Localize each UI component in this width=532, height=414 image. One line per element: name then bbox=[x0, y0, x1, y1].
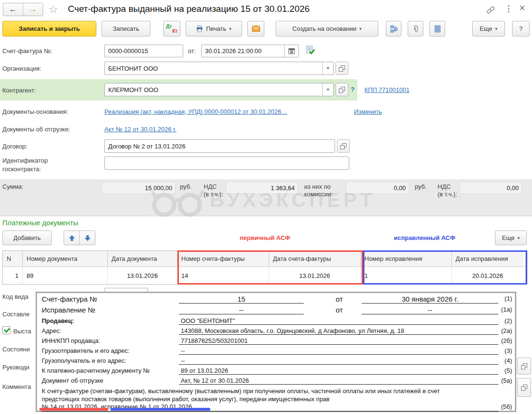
cell-correction-date[interactable]: 20.01.2026 bbox=[452, 267, 523, 284]
get-link-icon[interactable] bbox=[486, 6, 495, 14]
preview-row: Грузоотправитель и его адрес: -- (3) bbox=[37, 347, 515, 357]
col-header-doc-date: Дата документа bbox=[108, 251, 177, 267]
preview-row: Счет-фактура № 15 от 30 января 2026 г. (… bbox=[37, 295, 515, 306]
counterparty-value: КЛЕРМОНТ ООО bbox=[108, 86, 159, 93]
save-and-close-button[interactable]: Записать и закрыть bbox=[2, 21, 96, 37]
open-form-icon bbox=[340, 143, 346, 149]
invoice-print-preview: Счет-фактура № 15 от 30 января 2026 г. (… bbox=[36, 292, 516, 412]
cell-invoice-number[interactable]: 14 bbox=[177, 267, 269, 284]
help-label: ? bbox=[519, 25, 523, 32]
attachments-button[interactable] bbox=[408, 21, 423, 37]
page-title: Счет-фактура выданный на реализацию 15 о… bbox=[68, 4, 309, 14]
preview-paragraph: К счету-фактуре (счетам-фактурам), выста… bbox=[42, 387, 474, 403]
table-row[interactable]: 1 89 13.01.2026 14 13.01.2026 1 20.01.20… bbox=[3, 267, 525, 284]
state-label: Состояни bbox=[2, 346, 30, 353]
open-form-icon bbox=[339, 65, 345, 72]
more-actions-button[interactable]: Еще ▾ bbox=[472, 21, 505, 37]
preview-row: Адрес: 143088, Московская область, г.о. … bbox=[37, 327, 515, 337]
rub-label: руб. bbox=[415, 183, 427, 190]
table-header-row: N Номер документа Дата документа Номер с… bbox=[3, 251, 525, 267]
preview-value: -- bbox=[179, 347, 498, 355]
envelope-icon bbox=[252, 26, 260, 32]
invoice-number-input[interactable]: 0000-0000015 bbox=[104, 45, 183, 57]
operation-kind-label: Код вида bbox=[2, 293, 28, 300]
counterparty-help-icon[interactable]: ? bbox=[351, 86, 355, 93]
create-based-on-button[interactable]: Создать на основании ▾ bbox=[276, 21, 378, 37]
cell-doc-number[interactable]: 89 bbox=[23, 267, 108, 284]
forward-icon[interactable]: → bbox=[23, 3, 43, 16]
issued-checkbox[interactable] bbox=[2, 326, 10, 334]
commission-amount-field: 0,00 bbox=[346, 182, 409, 194]
preview-line-number: (5а) bbox=[484, 377, 512, 384]
window-menu-icon[interactable]: ⋮ bbox=[504, 4, 513, 14]
shipping-document-link[interactable]: Акт № 12 от 30.01.2026 г. bbox=[104, 126, 177, 133]
close-icon[interactable]: × bbox=[519, 2, 525, 14]
base-document-link[interactable]: Реализация (акт, накладная, УПД) 0000-00… bbox=[104, 108, 288, 115]
favorite-star-icon[interactable]: ☆ bbox=[48, 3, 58, 16]
comment-open-button[interactable] bbox=[517, 378, 531, 397]
manager-label: Руководи bbox=[2, 364, 29, 371]
organization-open-button[interactable] bbox=[336, 62, 348, 75]
dt-label: Дт bbox=[166, 24, 172, 29]
back-icon[interactable]: ← bbox=[3, 3, 23, 16]
counterparty-select[interactable]: КЛЕРМОНТ ООО ▾ bbox=[104, 83, 334, 96]
invoice-date-input[interactable]: 30.01.2026 21:00:00 bbox=[201, 45, 299, 57]
calendar-icon[interactable] bbox=[284, 45, 299, 57]
document-posted-check-icon[interactable] bbox=[306, 46, 315, 55]
preview-label: К платежно-расчетному документу № bbox=[42, 367, 150, 374]
payments-more-button[interactable]: Еще ▾ bbox=[495, 230, 527, 245]
help-button[interactable]: ? bbox=[512, 21, 530, 37]
preview-line-number: (2а) bbox=[484, 327, 512, 334]
print-button[interactable]: Печать ▾ bbox=[186, 21, 242, 37]
chevron-down-icon: ▾ bbox=[517, 236, 520, 240]
move-up-icon[interactable] bbox=[64, 231, 80, 245]
corrected-asf-annotation: исправленный АСФ bbox=[394, 234, 455, 241]
dt-kt-postings-button[interactable]: Дт Кт bbox=[163, 21, 180, 37]
contract-input[interactable]: Договор № 2 от 13.01.2026 bbox=[104, 139, 335, 153]
gov-contract-id-input[interactable] bbox=[104, 156, 349, 170]
preview-row: Грузополучатель и его адрес: -- (4) bbox=[37, 357, 515, 367]
open-form-icon bbox=[521, 363, 527, 369]
send-email-button[interactable] bbox=[247, 21, 264, 37]
cell-correction-number[interactable]: 1 bbox=[361, 267, 452, 284]
contract-open-button[interactable] bbox=[337, 139, 350, 153]
chevron-down-icon[interactable]: ▾ bbox=[322, 62, 333, 74]
preview-row: Исправление № -- от -- (1а) bbox=[37, 306, 515, 317]
preview-value: -- bbox=[179, 357, 498, 365]
add-row-button[interactable]: Добавить bbox=[2, 230, 52, 245]
related-documents-button[interactable] bbox=[386, 21, 401, 37]
save-and-close-label: Записать и закрыть bbox=[19, 25, 80, 32]
reports-button[interactable] bbox=[429, 21, 445, 37]
invoice-number-label: Счет-фактура №: bbox=[2, 47, 52, 55]
cell-invoice-date[interactable]: 13.01.2026 bbox=[269, 267, 361, 284]
vat-label: НДС (в т.ч.): bbox=[204, 183, 224, 198]
kpp-link[interactable]: КПП 771001001 bbox=[364, 86, 410, 93]
save-label: Записать bbox=[113, 25, 140, 32]
commission-label: из них по комиссии: bbox=[304, 183, 343, 198]
preview-label: Грузополучатель и его адрес: bbox=[42, 357, 126, 364]
change-link[interactable]: Изменить bbox=[354, 108, 382, 115]
counterparty-open-button[interactable] bbox=[336, 83, 348, 96]
manager-open-button[interactable] bbox=[517, 358, 531, 375]
save-button[interactable]: Записать bbox=[102, 21, 150, 37]
shipping-documents-label: Документы об отгрузке: bbox=[2, 126, 70, 133]
kt-label: Кт bbox=[172, 29, 177, 34]
chevron-down-icon[interactable]: ▾ bbox=[322, 83, 333, 96]
move-row-group bbox=[64, 230, 95, 245]
move-down-icon[interactable] bbox=[80, 231, 95, 245]
rub-label: руб. bbox=[180, 183, 192, 190]
preview-row: Продавец: ООО "БЕНТОНИТ" (2) bbox=[37, 317, 515, 327]
organization-select[interactable]: БЕНТОНИТ ООО ▾ bbox=[104, 62, 334, 75]
preview-value2: -- bbox=[362, 306, 498, 314]
preview-value2: 30 января 2026 г. bbox=[362, 295, 498, 304]
preview-ot: от bbox=[332, 295, 346, 303]
chevron-down-icon: ▾ bbox=[495, 27, 497, 31]
cell-n[interactable]: 1 bbox=[3, 267, 23, 284]
invoice-number-value: 0000-0000015 bbox=[108, 47, 148, 55]
cell-doc-date[interactable]: 13.01.2026 bbox=[108, 267, 177, 284]
primary-asf-annotation: первичный АСФ bbox=[240, 234, 290, 241]
primary-marker-bar bbox=[39, 408, 108, 411]
vat2-label: НДС (в т.ч.): bbox=[438, 183, 457, 198]
preview-line-number: (5) bbox=[484, 367, 512, 374]
preview-label: Продавец: bbox=[42, 317, 74, 324]
